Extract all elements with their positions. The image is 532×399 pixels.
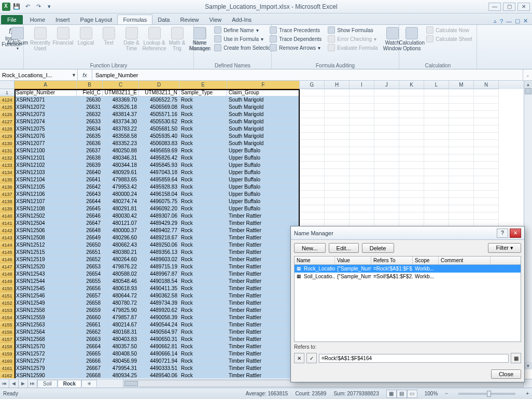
cell[interactable]: Rock xyxy=(179,104,227,111)
cell[interactable] xyxy=(374,118,399,125)
cell[interactable] xyxy=(300,111,325,118)
cell[interactable]: 4495859.64 xyxy=(139,176,179,183)
cell[interactable] xyxy=(300,147,325,154)
cell[interactable]: 479825.90 xyxy=(103,307,139,314)
cell[interactable] xyxy=(374,191,399,198)
use-in-formula-button[interactable]: Use in Formula ▾ xyxy=(212,35,276,43)
cell[interactable] xyxy=(374,140,399,147)
cell[interactable]: 480296.60 xyxy=(103,234,139,241)
cell[interactable] xyxy=(399,212,424,220)
cell[interactable]: XSRN12579 xyxy=(15,365,77,372)
row-header[interactable]: 4155 xyxy=(0,321,15,329)
cell[interactable] xyxy=(474,89,499,96)
cell[interactable]: Rock xyxy=(179,350,227,358)
cell[interactable] xyxy=(374,133,399,140)
cell[interactable] xyxy=(349,154,374,162)
text-button[interactable]: Text xyxy=(99,26,119,47)
cell[interactable]: XSRN12506 xyxy=(15,227,77,234)
cell[interactable] xyxy=(300,104,325,111)
cell[interactable]: 4490188.54 xyxy=(139,278,179,285)
cell[interactable]: Timber Rattler xyxy=(227,263,300,270)
cell[interactable]: 4505571.16 xyxy=(139,111,179,118)
cell[interactable]: 4489429.29 xyxy=(139,220,179,227)
define-name-button[interactable]: Define Name ▾ xyxy=(212,26,276,34)
cell[interactable] xyxy=(474,205,499,212)
formula-input[interactable]: Sample_Number xyxy=(92,69,523,80)
cell[interactable]: 4489356.13 xyxy=(139,249,179,256)
cell[interactable] xyxy=(474,191,499,198)
cell[interactable]: Rock xyxy=(179,212,227,220)
cell[interactable] xyxy=(300,205,325,212)
column-header[interactable]: C xyxy=(103,81,139,89)
cell[interactable]: Upper Buffalo xyxy=(227,169,300,176)
cell[interactable]: 26643 xyxy=(77,191,103,198)
calculate-now-button[interactable]: Calculate Now xyxy=(424,26,474,34)
fx-icon[interactable]: fx xyxy=(78,69,92,80)
dialog-close-icon[interactable]: ✕ xyxy=(510,229,521,238)
cell[interactable] xyxy=(349,89,374,96)
cell[interactable]: Rock xyxy=(179,329,227,336)
cell[interactable]: South Marigold xyxy=(227,125,300,133)
cell[interactable]: 4497043.18 xyxy=(139,169,179,176)
cell[interactable]: Rock xyxy=(179,300,227,307)
cell[interactable]: 4490058.39 xyxy=(139,314,179,321)
cell[interactable]: XSRN12558 xyxy=(15,307,77,314)
row-header[interactable]: 4149 xyxy=(0,278,15,285)
cell[interactable] xyxy=(474,133,499,140)
cell[interactable] xyxy=(349,205,374,212)
file-tab[interactable]: File xyxy=(1,15,23,24)
cell[interactable]: XSRN12105 xyxy=(15,183,77,191)
cell[interactable]: 26668 xyxy=(77,372,103,378)
undo-icon[interactable]: ↶ xyxy=(23,2,32,11)
cell[interactable]: 479857.87 xyxy=(103,314,139,321)
row-header[interactable]: 4131 xyxy=(0,147,15,154)
cell[interactable] xyxy=(374,205,399,212)
column-header[interactable]: M xyxy=(449,81,474,89)
cell[interactable]: Timber Rattler xyxy=(227,278,300,285)
cell[interactable]: XSRN12515 xyxy=(15,249,77,256)
cell[interactable] xyxy=(349,191,374,198)
tab-insert[interactable]: Insert xyxy=(50,15,75,24)
cell[interactable] xyxy=(325,96,349,104)
column-header[interactable]: H xyxy=(325,81,349,89)
cell[interactable] xyxy=(325,191,349,198)
sheet-tab-soil[interactable]: Soil xyxy=(37,380,58,387)
error-checking-button[interactable]: Error Checking ▾ xyxy=(326,35,380,43)
cell[interactable]: 480274.74 xyxy=(103,198,139,205)
cell[interactable]: Rock xyxy=(179,321,227,329)
cell[interactable]: XSRN12546 xyxy=(15,292,77,300)
cell[interactable]: 483352.23 xyxy=(103,140,139,147)
cell[interactable]: XSRN12076 xyxy=(15,133,77,140)
cell[interactable] xyxy=(424,176,449,183)
cell[interactable]: 26652 xyxy=(77,256,103,263)
next-sheet-icon[interactable]: ▶ xyxy=(19,379,28,388)
row-header[interactable]: 4136 xyxy=(0,183,15,191)
row-header[interactable]: 4140 xyxy=(0,212,15,220)
cell[interactable] xyxy=(325,176,349,183)
cell[interactable]: XSRN12568 xyxy=(15,336,77,343)
cell[interactable]: Rock xyxy=(179,125,227,133)
cell[interactable]: 4496075.75 xyxy=(139,198,179,205)
cell[interactable]: 483734.30 xyxy=(103,118,139,125)
cell[interactable]: 26659 xyxy=(77,307,103,314)
cell[interactable]: South Marigold xyxy=(227,111,300,118)
cell[interactable]: 4489715.19 xyxy=(139,263,179,270)
vertical-scrollbar[interactable]: ▲ ▼ xyxy=(524,81,532,369)
cell[interactable]: Timber Rattler xyxy=(227,292,300,300)
cell[interactable]: 4489920.62 xyxy=(139,307,179,314)
cell[interactable]: 26635 xyxy=(77,133,103,140)
cell[interactable]: 4490544.24 xyxy=(139,321,179,329)
cell[interactable]: XSRN12077 xyxy=(15,140,77,147)
cell[interactable]: Upper Buffalo xyxy=(227,191,300,198)
cell[interactable] xyxy=(300,96,325,104)
cell[interactable]: XSRN12108 xyxy=(15,205,77,212)
cell[interactable]: Rock xyxy=(179,198,227,205)
close-window-button[interactable]: ✕ xyxy=(517,3,530,11)
cell[interactable] xyxy=(349,198,374,205)
cell[interactable] xyxy=(374,104,399,111)
cell[interactable]: XSRN12075 xyxy=(15,125,77,133)
row-header[interactable]: 4137 xyxy=(0,191,15,198)
page-layout-view-icon[interactable]: ▤ xyxy=(397,390,407,398)
cell[interactable]: XSRN12101 xyxy=(15,154,77,162)
cell[interactable]: South Marigold xyxy=(227,133,300,140)
